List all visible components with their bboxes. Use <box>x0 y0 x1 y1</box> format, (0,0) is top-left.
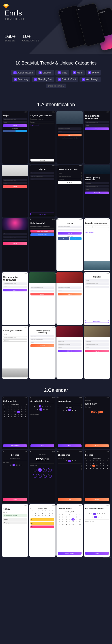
cal-grid-1: •••100%Pick your date‹October, 2018›SMTW… <box>0 396 112 559</box>
categories-section: 10 Beatyful, Trendy & Unique Categories … <box>0 54 112 95</box>
pill-calendar[interactable]: 2Calendar <box>36 70 54 76</box>
pill-stats[interactable]: 8Statistic Chart <box>56 77 78 82</box>
pill-maps[interactable]: 3Maps <box>55 70 69 76</box>
screen-login-image[interactable]: supername@gmail.com••••••••Log inDon't h… <box>56 111 83 164</box>
screen-login-account-light[interactable]: •••100%Login to your account.supername@g… <box>84 218 110 271</box>
screen-signup-light[interactable]: •••100%Sign upNamesupername@gmail.com•••… <box>84 272 110 325</box>
screen-create-light[interactable]: •••100%Create your account.Namesupername… <box>2 326 28 379</box>
screen-wellcome-light[interactable]: •••100%Wellcome to Wireframe!supername@g… <box>2 272 28 325</box>
screen-hello[interactable]: •••100%Hello beautiful!Lorem ipsum dolor… <box>29 218 56 271</box>
screen-create-dark[interactable]: •••100%Create your account.Namesupername… <box>56 165 83 218</box>
section-auth-title: 1.Authentification <box>0 95 112 111</box>
screen-camera-red[interactable]: supername@gmail.com••••••••Log in <box>56 272 83 325</box>
screen-login-dark[interactable]: •••100%Log insupername@gmail.com••••••••… <box>2 111 28 164</box>
screen-set-scheduled-light[interactable]: •••100%Set scheduled timeMTWTFSS11121314… <box>84 504 110 557</box>
hero-phones: Cart Cart Recommendations <box>58 2 112 52</box>
screen-join-dark[interactable]: Join our growing communityUsernamesupern… <box>84 165 110 218</box>
screen-login-account[interactable]: •••100%Login to your account.supername@g… <box>29 111 56 164</box>
screen-pick-date-dark[interactable]: •••100%Pick your date‹October, 2018›SMTW… <box>2 396 28 449</box>
hero-banner: Emils APP UI KIT 160+SCREEN 10+CATEGORIE… <box>0 0 112 54</box>
screen-wellcome[interactable]: •••100%Wellcome to Wireframe!supername@g… <box>84 111 110 164</box>
categories-title: 10 Beatyful, Trendy & Unique Categories <box>4 60 108 66</box>
pill-more: More to come... <box>46 84 66 88</box>
pill-auth[interactable]: 1Authentification <box>11 70 35 76</box>
tw-button: t <box>16 130 27 132</box>
screen-vr[interactable]: Usernamesupername@gmail.com••••••••SIGN … <box>56 326 83 379</box>
screen-whos-that[interactable]: •••100%CalendarWho's that?Tue, May 139:0… <box>84 396 110 449</box>
screen-jelly[interactable]: Usernamesupername@gmail.com••••••••Sign … <box>2 218 28 271</box>
screen-login-light[interactable]: •••100%Log insupername@gmail.com••••••••… <box>56 218 83 271</box>
stat-cats-n: 10+ <box>22 34 39 40</box>
screen-signup-lamp[interactable]: supername@gmail.com••••••••Sign in <box>2 165 28 218</box>
screen-today-light[interactable]: •••100%TodayTue, 11PayPal/Pay Pro Groomi… <box>2 504 28 557</box>
screen-1250[interactable]: •••100%Tue, May 1312:50 pmChoose time910… <box>29 450 56 503</box>
fb-button: f <box>3 130 15 132</box>
pill-search[interactable]: 6Searching <box>12 77 30 82</box>
pill-cart[interactable]: 7Shopping Cart <box>32 77 54 82</box>
screen-choose-time[interactable]: •••100%Choose timeTue, May 131112131415D… <box>56 450 83 503</box>
screen-cal-yellow[interactable]: •••100%‹October, 2018›SMTWTFS12345678910… <box>29 504 56 557</box>
hero-title: Emils <box>4 9 22 17</box>
screen-settime-1[interactable]: •••100%Set timeLorem ipsum dolor sitTue,… <box>2 450 28 503</box>
pill-walk[interactable]: 9Walkthrough <box>80 77 100 82</box>
screen-set-scheduled-dark[interactable]: •••100%Set scheduled timeMTWTFSS11121314… <box>29 396 56 449</box>
screen-new-reminder[interactable]: •••100%New reminder‹Tue, May 13›10111213… <box>56 396 83 449</box>
section-cal-title: 2.Calendar <box>0 380 112 396</box>
screen-leaf[interactable]: supername@gmail.com••••••••Sign in <box>29 272 56 325</box>
pill-menu[interactable]: 4Menu <box>70 70 85 76</box>
watermark: gfxtra.com <box>103 378 111 380</box>
screen-join-light[interactable]: •••100%Join our growing communityUsernam… <box>29 326 56 379</box>
category-pills: 1Authentification 2Calendar 3Maps 4Menu … <box>4 70 108 88</box>
screen-settime-2[interactable]: •••100%Set time‹October, 2018›SMTWTFS123… <box>84 450 110 503</box>
screen-lion[interactable]: Usernamesupername@gmail.com••••••••Sign … <box>84 326 110 379</box>
auth-grid-1: •••100%Log insupername@gmail.com••••••••… <box>0 111 112 380</box>
screen-signup-dark[interactable]: •••100%Sign upNamesupername@gmail.com•••… <box>29 165 56 218</box>
watermark-2: gfxtra.com <box>103 556 111 558</box>
stat-screens-n: 160+ <box>4 34 16 40</box>
pill-profile[interactable]: 5Profile <box>86 70 101 76</box>
hero-stats: 160+SCREEN 10+CATEGORIES <box>4 34 39 42</box>
screen-pick-date-light[interactable]: •••100%Pick your date‹October, 2018›SMTW… <box>56 504 83 557</box>
hero-subtitle: APP UI KIT <box>4 18 25 21</box>
sketch-icon <box>3 3 9 9</box>
